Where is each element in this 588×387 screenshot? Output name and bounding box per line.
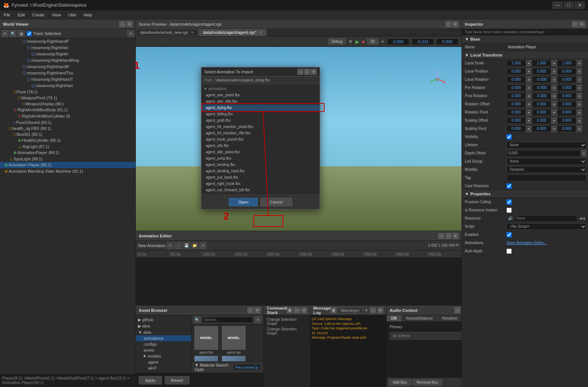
ac-tab-dm[interactable]: DM [387,315,402,322]
insp-so-y[interactable] [532,117,551,124]
sp-3d-btn[interactable]: 3D [367,38,378,45]
tree-item-rh2[interactable]: ⬡mixamorig:RightH [0,51,135,57]
dialog-min-btn[interactable]: — [297,69,303,75]
dialog-item-agent_put_back-fbx[interactable]: agent_put_back.fbx [201,174,320,180]
close-button[interactable]: ✕ [575,1,585,9]
insp-ls-z-up[interactable]: ▲ [577,60,582,67]
dialog-cancel-btn[interactable]: Cancel [261,198,292,206]
ml-trash-btn[interactable]: 🗑 [330,307,336,313]
insp-fc-checkbox[interactable] [506,199,512,205]
remove-bus-button[interactable]: Remove Bus [412,379,442,386]
ab-search-input[interactable] [202,317,253,323]
insp-open-anim-editor-btn[interactable]: Open Animation Editor... [506,241,547,245]
insp-sp-y-up[interactable]: ▲ [552,125,557,132]
select-animation-dialog[interactable]: Select Animation To Import — □ ✕ Path: \… [201,67,320,210]
tree-item-rhrr[interactable]: ⬡mixamorig:RightHandR [0,64,135,70]
dialog-item-agent_aim_rifle-fbx[interactable]: agent_aim_rifle.fbx [201,98,320,105]
wv-expand-btn[interactable]: ⟳ [1,30,8,37]
insp-ls-x[interactable] [506,60,526,67]
ae-delete-btn[interactable]: ✕ [199,242,206,249]
tree-item-rahbb[interactable]: ⊙RightArmHitBoxBody (81:1) [0,107,135,113]
tree-item-absm[interactable]: ⊕Animation Blending State Machine (91:1) [0,168,135,175]
dialog-close-btn[interactable]: ✕ [311,69,317,75]
dialog-item-agent_right_hook-fbx[interactable]: agent_right_hook.fbx [201,180,320,187]
cs-trash-btn[interactable]: 🗑 [287,307,293,313]
insp-rp-y-up[interactable]: ▲ [552,109,557,116]
sp-coord-x[interactable] [387,38,409,45]
insp-rp-z-up[interactable]: ▲ [577,109,582,116]
ab-pin-btn[interactable]: □ [247,307,253,313]
insp-rp-x[interactable] [506,109,526,116]
insp-base-section[interactable]: ▼ Base [462,35,588,43]
sp-pin-btn[interactable]: □ [445,21,451,27]
tree-item-rl[interactable]: ☼RigLight (87:1) [0,144,135,150]
ab-close-search-btn[interactable]: ✕ [255,316,261,323]
dialog-max-btn[interactable]: □ [304,69,310,75]
ab-tree-item-github[interactable]: ▶ github [136,317,191,323]
insp-por-z[interactable] [557,93,576,99]
insp-vis-checkbox[interactable] [506,134,512,140]
insp-lifetime-select[interactable]: None [506,142,587,148]
tree-item-wpivot[interactable]: □WeaponPivot (79:1) [0,95,135,101]
ab-file-1[interactable]: MODELagent.rgs [221,326,247,354]
insp-lr-y[interactable] [532,76,551,83]
cs-item[interactable]: Change Selection: Graph [267,326,307,336]
revert-button[interactable]: Revert [165,376,189,384]
insp-pr-x[interactable] [506,84,526,91]
insp-ro-x[interactable] [506,101,526,108]
insp-res-field[interactable] [514,215,577,222]
insp-pr-z[interactable] [557,84,576,91]
ae-add-btn[interactable]: + [167,242,173,249]
ab-tree-item-ak47[interactable]: ak47 [136,365,191,371]
dialog-animations-folder[interactable]: ▼ animations [201,86,320,92]
insp-rp-y[interactable] [532,109,551,116]
insp-pr-x-up[interactable]: ▲ [526,84,531,91]
insp-ls-z[interactable] [557,60,576,67]
dialog-item-agent_run_forward_left-fbx[interactable]: agent_run_forward_left.fbx [201,187,320,193]
insp-por-z-up[interactable]: ▲ [577,93,582,99]
ab-tree-item-animations[interactable]: animations [136,335,191,341]
insp-por-y-up[interactable]: ▲ [552,93,557,99]
dialog-item-agent_falling-fbx[interactable]: agent_falling.fbx [201,111,320,117]
ab-file-2[interactable]: Ch15_100 [193,356,219,361]
tree-item-box[interactable]: □Box001 (85:1) [0,131,135,137]
sp-close-btn[interactable]: ✕ [453,21,458,27]
insp-so-z[interactable] [557,117,576,124]
sp-stop-btn[interactable]: ■ [362,39,365,45]
insp-por-x[interactable] [506,93,526,99]
ab-tree-item-configs[interactable]: configs [136,341,191,347]
tree-item-ap88[interactable]: ⊕AnimationPlayer (88:1) [0,150,135,156]
tree-item-wdisplay[interactable]: □WeaponDisplay (80:) [0,101,135,107]
tree-item-rh3[interactable]: ⬡mixamorig:RightHan [0,83,135,89]
sp-coord-z[interactable] [436,38,458,45]
tree-item-ap90[interactable]: ⊕Animation Player (90:1) [0,162,135,168]
insp-lp-x-up[interactable]: ▲ [526,68,531,75]
menu-view[interactable]: View [48,12,65,18]
insp-sp-z[interactable] [557,125,576,132]
insp-lt-section[interactable]: ▼ Local Transform [462,51,588,59]
ml-filter-dropdown[interactable]: ▼ [364,308,368,313]
wv-search-btn[interactable]: 🔍 [10,30,16,37]
world-viewer-tree[interactable]: ⬡mixamorig:RightHandP⬡mixamorig:RightHan… [0,38,135,374]
sp-tab-agent[interactable]: data/models/agent/agent.rgs* ✕ [199,29,266,36]
minimize-button[interactable]: — [552,1,563,9]
insp-por-y[interactable] [532,93,551,99]
dialog-item-agent_hit_reaction_pistol-fbx[interactable]: agent_hit_reaction_pistol.fbx [201,124,320,130]
cs-close-btn[interactable]: ✕ [301,307,307,313]
menu-utils[interactable]: Utils [64,12,80,18]
ml-filter-btn[interactable]: Warnings+ [338,307,362,313]
insp-cs-checkbox[interactable] [506,183,512,189]
insp-enabled-checkbox[interactable] [506,232,512,237]
menu-create[interactable]: Create [29,12,48,18]
insp-so-x[interactable] [506,117,526,124]
ab-tree-item-levels[interactable]: levels [136,347,191,353]
dialog-item-agent_grab-fbx[interactable]: agent_grab.fbx [201,117,320,124]
dialog-item-agent_idle-fbx[interactable]: agent_idle.fbx [201,143,320,149]
ae-content[interactable]: 0.0s 50.0s 100.0s 150.0s 200.0s 250.0s 3… [136,250,461,305]
tree-item-hc[interactable]: ⊕HealthCylinder (86:1) [0,137,135,144]
dialog-item-agent_hit_reaction_rifle-fbx[interactable]: agent_hit_reaction_rifle.fbx [201,130,320,136]
insp-depth-field[interactable] [506,150,581,157]
insp-ro-z[interactable] [557,101,576,108]
tree-item-sl[interactable]: ☼SpotLight (89:1) [0,156,135,162]
insp-ls-y-up[interactable]: ▲ [552,60,557,67]
